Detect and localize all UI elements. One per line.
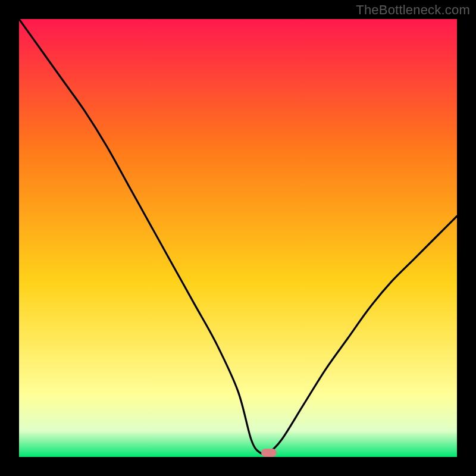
watermark-text: TheBottleneck.com <box>356 2 470 18</box>
bottleneck-curve <box>19 19 457 457</box>
chart-container: { "watermark": "TheBottleneck.com", "cha… <box>0 0 476 476</box>
plot-area <box>19 19 457 457</box>
optimal-point-marker <box>261 449 277 457</box>
